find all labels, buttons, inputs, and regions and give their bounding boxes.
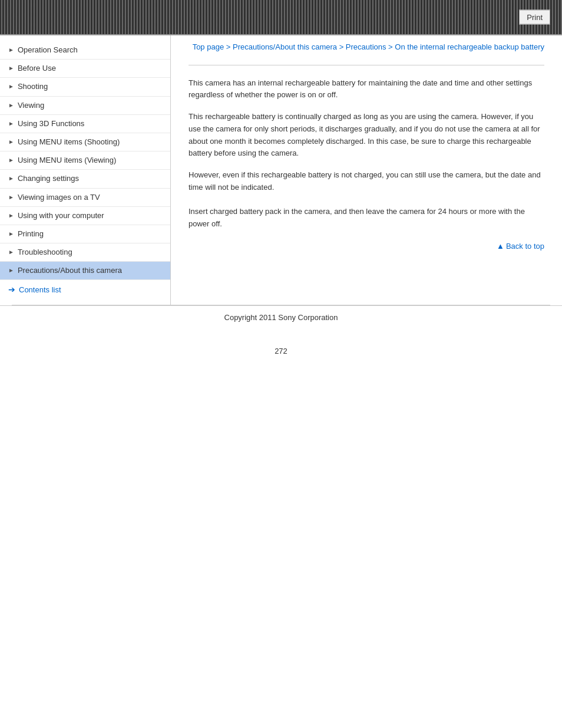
sidebar-item-menu-viewing[interactable]: ► Using MENU items (Viewing)	[0, 151, 170, 170]
sidebar-item-menu-shooting[interactable]: ► Using MENU items (Shooting)	[0, 133, 170, 151]
sidebar-label-operation-search: Operation Search	[18, 45, 78, 55]
breadcrumb-precautions[interactable]: Precautions	[346, 42, 386, 51]
contents-list-link[interactable]: ➔ Contents list	[0, 280, 170, 299]
arrow-icon-using-computer: ►	[8, 212, 14, 220]
content-paragraph-4: Insert charged battery pack in the camer…	[189, 206, 544, 230]
sidebar-label-using-computer: Using with your computer	[18, 210, 104, 221]
sidebar-item-troubleshooting[interactable]: ► Troubleshooting	[0, 243, 170, 262]
sidebar-label-troubleshooting: Troubleshooting	[18, 247, 72, 258]
page-number: 272	[0, 341, 562, 361]
sidebar-label-precautions: Precautions/About this camera	[18, 265, 122, 276]
header-bar: Print	[0, 0, 562, 35]
content-divider	[189, 65, 544, 65]
breadcrumb: Top page > Precautions/About this camera…	[189, 41, 544, 53]
print-button[interactable]: Print	[519, 10, 550, 25]
arrow-icon-troubleshooting: ►	[8, 248, 14, 256]
sidebar-item-precautions[interactable]: ► Precautions/About this camera	[0, 262, 170, 280]
arrow-icon-shooting: ►	[8, 83, 14, 91]
arrow-icon-3d-functions: ►	[8, 120, 14, 128]
content-paragraph-2: This rechargeable battery is continually…	[189, 111, 544, 160]
contents-list-label: Contents list	[19, 285, 61, 294]
sidebar-item-3d-functions[interactable]: ► Using 3D Functions	[0, 115, 170, 133]
arrow-icon-changing-settings: ►	[8, 174, 14, 183]
sidebar-item-operation-search[interactable]: ► Operation Search	[0, 41, 170, 60]
arrow-icon-menu-shooting: ►	[8, 138, 14, 146]
sidebar-item-before-use[interactable]: ► Before Use	[0, 60, 170, 78]
sidebar-item-viewing-images-tv[interactable]: ► Viewing images on a TV	[0, 189, 170, 207]
content-paragraph-3: However, even if this rechargeable batte…	[189, 169, 544, 194]
sidebar-label-printing: Printing	[18, 229, 44, 239]
sidebar-item-shooting[interactable]: ► Shooting	[0, 78, 170, 96]
sidebar-item-using-computer[interactable]: ► Using with your computer	[0, 207, 170, 225]
footer: Copyright 2011 Sony Corporation	[0, 305, 562, 329]
arrow-icon-viewing: ►	[8, 101, 14, 110]
breadcrumb-precautions-about[interactable]: Precautions/About this camera	[233, 42, 337, 51]
back-to-top: ▲Back to top	[189, 242, 544, 251]
sidebar-label-before-use: Before Use	[18, 63, 56, 74]
arrow-icon-precautions: ►	[8, 266, 14, 275]
breadcrumb-sep3: >	[386, 42, 395, 51]
sidebar-label-shooting: Shooting	[18, 81, 48, 92]
arrow-icon-viewing-images-tv: ►	[8, 193, 14, 202]
arrow-icon-before-use: ►	[8, 64, 14, 73]
back-to-top-triangle-icon: ▲	[497, 242, 504, 251]
back-to-top-link[interactable]: ▲Back to top	[497, 242, 544, 251]
sidebar-label-menu-viewing: Using MENU items (Viewing)	[18, 155, 116, 166]
sidebar-label-viewing-images-tv: Viewing images on a TV	[18, 192, 100, 203]
sidebar-label-changing-settings: Changing settings	[18, 173, 79, 184]
breadcrumb-current: On the internal rechargeable backup batt…	[395, 42, 544, 51]
arrow-icon-printing: ►	[8, 230, 14, 238]
sidebar-label-menu-shooting: Using MENU items (Shooting)	[18, 137, 120, 147]
sidebar-item-viewing[interactable]: ► Viewing	[0, 97, 170, 115]
sidebar-label-3d-functions: Using 3D Functions	[18, 118, 84, 129]
sidebar-item-printing[interactable]: ► Printing	[0, 225, 170, 243]
content-paragraph-1: This camera has an internal rechargeable…	[189, 77, 544, 102]
sidebar-item-changing-settings[interactable]: ► Changing settings	[0, 170, 170, 188]
copyright-text: Copyright 2011 Sony Corporation	[224, 313, 338, 322]
breadcrumb-sep2: >	[337, 42, 346, 51]
arrow-icon-operation-search: ►	[8, 46, 14, 54]
breadcrumb-sep1: >	[224, 42, 233, 51]
sidebar-label-viewing: Viewing	[18, 100, 44, 111]
breadcrumb-top-page[interactable]: Top page	[193, 42, 224, 51]
main-container: ► Operation Search ► Before Use ► Shooti…	[0, 35, 562, 305]
sidebar: ► Operation Search ► Before Use ► Shooti…	[0, 35, 171, 305]
back-to-top-label: Back to top	[506, 242, 544, 251]
contents-list-arrow-icon: ➔	[8, 285, 15, 294]
content-area: Top page > Precautions/About this camera…	[171, 35, 562, 305]
arrow-icon-menu-viewing: ►	[8, 156, 14, 164]
